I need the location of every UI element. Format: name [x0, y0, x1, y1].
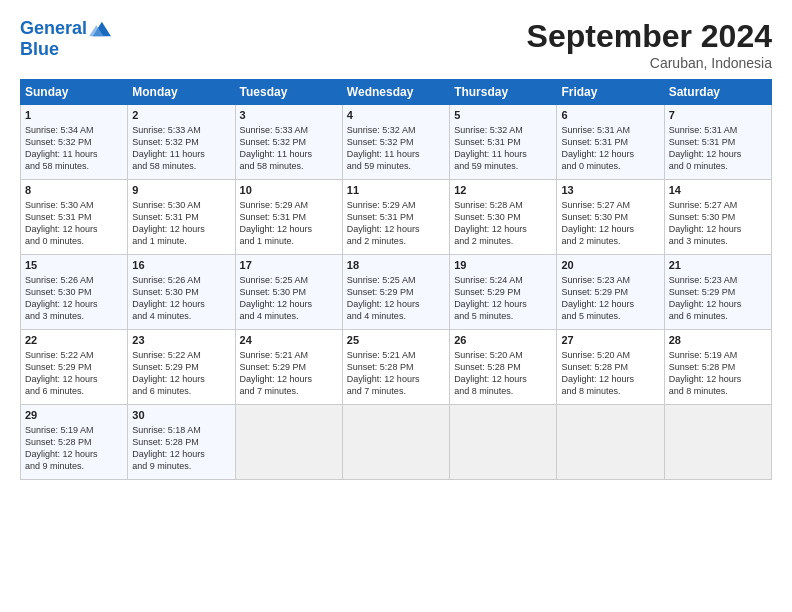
day-info-line: Daylight: 12 hours [240, 298, 338, 310]
table-row: 9Sunrise: 5:30 AMSunset: 5:31 PMDaylight… [128, 180, 235, 255]
day-info-line: Daylight: 12 hours [347, 298, 445, 310]
weekday-monday: Monday [128, 80, 235, 105]
day-info-line: Daylight: 12 hours [25, 448, 123, 460]
day-info-line: Sunset: 5:28 PM [132, 436, 230, 448]
day-info-line: Sunset: 5:32 PM [25, 136, 123, 148]
day-info-line: Sunset: 5:30 PM [561, 211, 659, 223]
day-number: 18 [347, 258, 445, 273]
day-info-line: Sunrise: 5:32 AM [347, 124, 445, 136]
day-info-line: Daylight: 11 hours [132, 148, 230, 160]
day-info-line: Sunset: 5:31 PM [347, 211, 445, 223]
day-info-line: Sunrise: 5:27 AM [561, 199, 659, 211]
day-info-line: Sunset: 5:31 PM [454, 136, 552, 148]
day-info-line: Daylight: 12 hours [240, 223, 338, 235]
day-info-line: Sunset: 5:28 PM [669, 361, 767, 373]
day-info-line: Daylight: 11 hours [454, 148, 552, 160]
day-info-line: Daylight: 12 hours [454, 373, 552, 385]
day-info-line: and 59 minutes. [347, 160, 445, 172]
day-info-line: Sunset: 5:30 PM [240, 286, 338, 298]
day-info-line: and 9 minutes. [25, 460, 123, 472]
day-info-line: Sunrise: 5:19 AM [25, 424, 123, 436]
day-info-line: and 0 minutes. [561, 160, 659, 172]
day-number: 30 [132, 408, 230, 423]
calendar-header: SundayMondayTuesdayWednesdayThursdayFrid… [21, 80, 772, 105]
day-info-line: Sunset: 5:31 PM [561, 136, 659, 148]
table-row: 14Sunrise: 5:27 AMSunset: 5:30 PMDayligh… [664, 180, 771, 255]
day-info-line: and 4 minutes. [347, 310, 445, 322]
table-row [450, 405, 557, 480]
day-info-line: Sunset: 5:28 PM [347, 361, 445, 373]
day-info-line: Daylight: 12 hours [132, 223, 230, 235]
day-info-line: Sunrise: 5:30 AM [132, 199, 230, 211]
table-row: 18Sunrise: 5:25 AMSunset: 5:29 PMDayligh… [342, 255, 449, 330]
day-info-line: Sunrise: 5:29 AM [347, 199, 445, 211]
day-info-line: Sunset: 5:32 PM [132, 136, 230, 148]
day-info-line: Sunset: 5:32 PM [347, 136, 445, 148]
table-row: 20Sunrise: 5:23 AMSunset: 5:29 PMDayligh… [557, 255, 664, 330]
page: General Blue September 2024 Caruban, Ind… [0, 0, 792, 612]
day-info-line: Sunset: 5:30 PM [25, 286, 123, 298]
day-info-line: Sunrise: 5:21 AM [347, 349, 445, 361]
day-info-line: Daylight: 11 hours [25, 148, 123, 160]
table-row: 24Sunrise: 5:21 AMSunset: 5:29 PMDayligh… [235, 330, 342, 405]
day-info-line: and 1 minute. [240, 235, 338, 247]
logo: General Blue [20, 18, 111, 58]
day-number: 27 [561, 333, 659, 348]
day-number: 3 [240, 108, 338, 123]
day-info-line: Sunset: 5:31 PM [25, 211, 123, 223]
table-row: 29Sunrise: 5:19 AMSunset: 5:28 PMDayligh… [21, 405, 128, 480]
day-info-line: Sunset: 5:30 PM [454, 211, 552, 223]
day-number: 1 [25, 108, 123, 123]
table-row: 25Sunrise: 5:21 AMSunset: 5:28 PMDayligh… [342, 330, 449, 405]
day-info-line: Sunrise: 5:33 AM [240, 124, 338, 136]
day-info-line: Daylight: 12 hours [561, 223, 659, 235]
day-info-line: Sunrise: 5:27 AM [669, 199, 767, 211]
day-info-line: Sunrise: 5:33 AM [132, 124, 230, 136]
day-info-line: Sunrise: 5:28 AM [454, 199, 552, 211]
day-info-line: Sunset: 5:29 PM [561, 286, 659, 298]
day-info-line: Sunset: 5:32 PM [240, 136, 338, 148]
day-info-line: Sunset: 5:28 PM [454, 361, 552, 373]
day-number: 11 [347, 183, 445, 198]
table-row: 1Sunrise: 5:34 AMSunset: 5:32 PMDaylight… [21, 105, 128, 180]
day-info-line: Sunrise: 5:34 AM [25, 124, 123, 136]
table-row: 16Sunrise: 5:26 AMSunset: 5:30 PMDayligh… [128, 255, 235, 330]
day-info-line: Sunrise: 5:19 AM [669, 349, 767, 361]
day-info-line: Daylight: 12 hours [669, 148, 767, 160]
title-block: September 2024 Caruban, Indonesia [527, 18, 772, 71]
table-row: 8Sunrise: 5:30 AMSunset: 5:31 PMDaylight… [21, 180, 128, 255]
day-info-line: Sunset: 5:31 PM [132, 211, 230, 223]
day-number: 12 [454, 183, 552, 198]
location: Caruban, Indonesia [527, 55, 772, 71]
day-info-line: Sunrise: 5:26 AM [25, 274, 123, 286]
day-info-line: Sunset: 5:31 PM [669, 136, 767, 148]
day-info-line: Sunrise: 5:22 AM [25, 349, 123, 361]
day-info-line: and 1 minute. [132, 235, 230, 247]
weekday-header-row: SundayMondayTuesdayWednesdayThursdayFrid… [21, 80, 772, 105]
header: General Blue September 2024 Caruban, Ind… [20, 18, 772, 71]
day-info-line: and 8 minutes. [669, 385, 767, 397]
day-info-line: Daylight: 12 hours [454, 298, 552, 310]
day-number: 16 [132, 258, 230, 273]
day-info-line: Sunrise: 5:21 AM [240, 349, 338, 361]
day-number: 2 [132, 108, 230, 123]
day-number: 28 [669, 333, 767, 348]
day-number: 17 [240, 258, 338, 273]
table-row: 26Sunrise: 5:20 AMSunset: 5:28 PMDayligh… [450, 330, 557, 405]
day-number: 21 [669, 258, 767, 273]
table-row: 11Sunrise: 5:29 AMSunset: 5:31 PMDayligh… [342, 180, 449, 255]
day-info-line: Daylight: 11 hours [240, 148, 338, 160]
day-info-line: Daylight: 12 hours [454, 223, 552, 235]
day-info-line: Sunset: 5:30 PM [669, 211, 767, 223]
calendar-week-5: 29Sunrise: 5:19 AMSunset: 5:28 PMDayligh… [21, 405, 772, 480]
day-number: 29 [25, 408, 123, 423]
day-info-line: and 8 minutes. [561, 385, 659, 397]
day-info-line: Sunrise: 5:18 AM [132, 424, 230, 436]
day-info-line: Daylight: 11 hours [347, 148, 445, 160]
day-number: 5 [454, 108, 552, 123]
table-row: 4Sunrise: 5:32 AMSunset: 5:32 PMDaylight… [342, 105, 449, 180]
day-info-line: and 0 minutes. [669, 160, 767, 172]
day-info-line: and 6 minutes. [669, 310, 767, 322]
day-number: 26 [454, 333, 552, 348]
day-info-line: Sunrise: 5:22 AM [132, 349, 230, 361]
